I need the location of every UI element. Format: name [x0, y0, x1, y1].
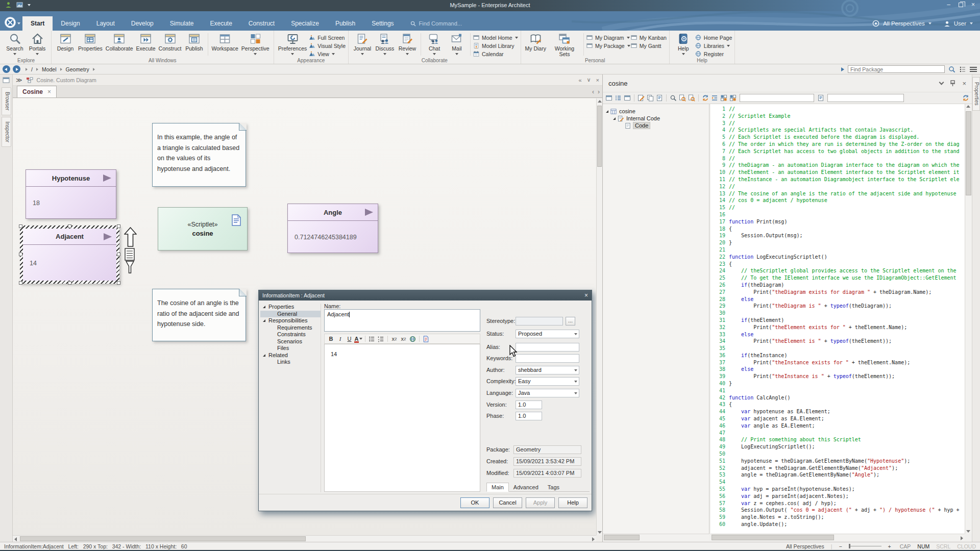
up-arrow-glyph[interactable]: [124, 227, 137, 247]
bold-icon[interactable]: B: [327, 335, 335, 343]
ribbon-button-help[interactable]: Help: [672, 32, 695, 55]
refresh-icon[interactable]: [962, 94, 970, 102]
code-line[interactable]: 24 // theScriptlet global provides acces…: [710, 267, 965, 274]
superscript-icon[interactable]: x2: [390, 335, 399, 343]
code-line[interactable]: 36 if(theInstance): [710, 352, 965, 359]
ribbon-tab-simulate[interactable]: Simulate: [162, 16, 202, 31]
dialog-nav-general[interactable]: General: [260, 311, 321, 318]
field-value-keywords[interactable]: [516, 354, 579, 363]
code-line[interactable]: 7// Each Scriptlet has access to two glo…: [710, 148, 965, 155]
tree-item-internal-code[interactable]: Internal Code: [603, 115, 709, 122]
element-adjacent-selected[interactable]: Adjacent 14: [20, 226, 119, 284]
ribbon-tab-execute[interactable]: Execute: [202, 16, 240, 31]
code-line[interactable]: 4// Scriptlets are special Artifacts tha…: [710, 127, 965, 134]
ribbon-tab-settings[interactable]: Settings: [363, 16, 402, 31]
pin-icon[interactable]: [950, 80, 955, 87]
element-angle[interactable]: Angle 0.7124746245384189: [287, 204, 378, 253]
collapse-left-icon[interactable]: «: [578, 77, 581, 83]
stereotype-browse-button[interactable]: ...: [566, 317, 575, 325]
ribbon-tab-construct[interactable]: Construct: [240, 16, 283, 31]
code-line[interactable]: 45 var adjacent as EA.Element;: [710, 415, 965, 422]
code-line[interactable]: 8//: [710, 155, 965, 162]
code-line[interactable]: 49 LogExecutingScriptlet();: [710, 443, 965, 450]
tree-expander-icon[interactable]: [606, 110, 608, 113]
nav-forward-button[interactable]: [13, 65, 20, 73]
code-line[interactable]: 3//: [710, 120, 965, 127]
ribbon-tab-design[interactable]: Design: [53, 16, 88, 31]
code-line[interactable]: 28 else: [710, 296, 965, 303]
ribbon-tab-specialize[interactable]: Specialize: [283, 16, 327, 31]
palette-grid-icon[interactable]: [729, 94, 737, 102]
ribbon-button-portals[interactable]: Portals: [26, 32, 48, 55]
ribbon-button-review[interactable]: Review: [396, 32, 419, 55]
apply-button[interactable]: Apply: [526, 497, 555, 508]
code-line[interactable]: 2// Scriptlet Example: [710, 113, 965, 120]
element-scriptlet-cosine[interactable]: «Scriptlet» cosine: [158, 207, 248, 251]
copy-icon[interactable]: [646, 94, 654, 102]
scroll-right-icon[interactable]: [961, 536, 963, 540]
ribbon-button-discuss[interactable]: Discuss: [374, 32, 396, 55]
code-line[interactable]: 41: [710, 387, 965, 394]
tree-horizontal-scrollbar[interactable]: [603, 534, 709, 541]
code-line[interactable]: 25 // To get the IElement interface we u…: [710, 274, 965, 282]
ribbon-button-calendar[interactable]: Calendar: [473, 50, 518, 58]
ribbon-button-my-diary[interactable]: My Diary: [524, 32, 548, 52]
selection-handle[interactable]: [117, 253, 120, 256]
bullet-list-icon[interactable]: [368, 335, 376, 343]
field-value-created[interactable]: 15/09/2021 3:53:42 PM: [513, 457, 581, 466]
code-line[interactable]: 58 Session.Output( "cos 0 = adjacent (" …: [710, 507, 965, 514]
dialog-nav-constraints[interactable]: Constraints: [260, 331, 321, 338]
save-icon[interactable]: [655, 94, 664, 102]
dialog-titlebar[interactable]: InformationItem : Adjacent ×: [259, 290, 592, 300]
code-line[interactable]: 60 angle.Update();: [710, 521, 965, 528]
help-button[interactable]: Help: [558, 497, 587, 508]
ribbon-button-journal[interactable]: Journal: [351, 32, 374, 55]
selection-handle[interactable]: [117, 281, 120, 285]
code-line[interactable]: 21: [710, 246, 965, 254]
scroll-down-icon[interactable]: [966, 530, 970, 533]
ribbon-button-working-sets[interactable]: Working Sets: [548, 32, 581, 57]
ribbon-button-model-library[interactable]: Model Library: [473, 42, 518, 49]
ribbon-tab-publish[interactable]: Publish: [327, 16, 363, 31]
hyperlink-icon[interactable]: [408, 335, 417, 343]
underline-icon[interactable]: U: [345, 335, 354, 343]
list-view-icon[interactable]: [614, 94, 622, 102]
close-button[interactable]: ×: [971, 1, 975, 8]
scroll-up-icon[interactable]: [598, 100, 602, 103]
ribbon-button-full-screen[interactable]: Full Screen: [308, 34, 346, 41]
scrollbar-thumb[interactable]: [597, 106, 602, 167]
code-line[interactable]: 34 Print("theElement is " + typeof(theEl…: [710, 338, 965, 345]
app-menu-button[interactable]: [5, 17, 16, 28]
sync-icon[interactable]: [701, 94, 709, 102]
code-line[interactable]: 5// Each Scriptlet is executed before th…: [710, 134, 965, 141]
name-field[interactable]: Adjacent: [324, 309, 480, 332]
find-next-icon[interactable]: [678, 94, 687, 102]
ribbon-button-mail[interactable]: Mail: [446, 32, 468, 55]
run-script-icon[interactable]: [637, 94, 645, 102]
field-value-modified[interactable]: 15/09/2021 4:03:07 PM: [513, 469, 581, 478]
ribbon-button-home-page[interactable]: Home Page: [695, 34, 732, 41]
find-package-arrow-icon[interactable]: [841, 67, 844, 71]
chevron-down-icon[interactable]: ∨: [587, 77, 591, 83]
code-line[interactable]: 42function CalcAngle(): [710, 394, 965, 402]
restore-button[interactable]: [959, 3, 963, 7]
breadcrumb-item-model[interactable]: Model: [42, 66, 57, 72]
field-value-author[interactable]: shebbard: [516, 366, 579, 374]
code-line[interactable]: 13// The cosine of an angle is the ratio…: [710, 190, 965, 197]
note-element[interactable]: The cosine of an angle is the ratio of t…: [152, 289, 246, 341]
breadcrumb-item-[interactable]: /: [31, 66, 33, 72]
code-line[interactable]: 46 var angle as EA.Element;: [710, 422, 965, 430]
sidebar-tab-properties[interactable]: Properties: [972, 77, 980, 111]
minimize-button[interactable]: –: [947, 1, 950, 8]
find-prev-icon[interactable]: [688, 94, 696, 102]
font-color-icon[interactable]: A: [354, 335, 363, 343]
selection-handle[interactable]: [19, 253, 22, 256]
ribbon-button-publish[interactable]: Publish: [183, 32, 206, 52]
zoom-slider-thumb[interactable]: [849, 544, 850, 548]
code-line[interactable]: 18{: [710, 226, 965, 233]
scrollbar-thumb[interactable]: [712, 535, 834, 540]
code-line[interactable]: 56 var adj = parseInt(adjacent.Notes);: [710, 493, 965, 500]
document-icon[interactable]: [422, 335, 430, 343]
cancel-button[interactable]: Cancel: [493, 497, 522, 508]
code-line[interactable]: 23{: [710, 261, 965, 268]
